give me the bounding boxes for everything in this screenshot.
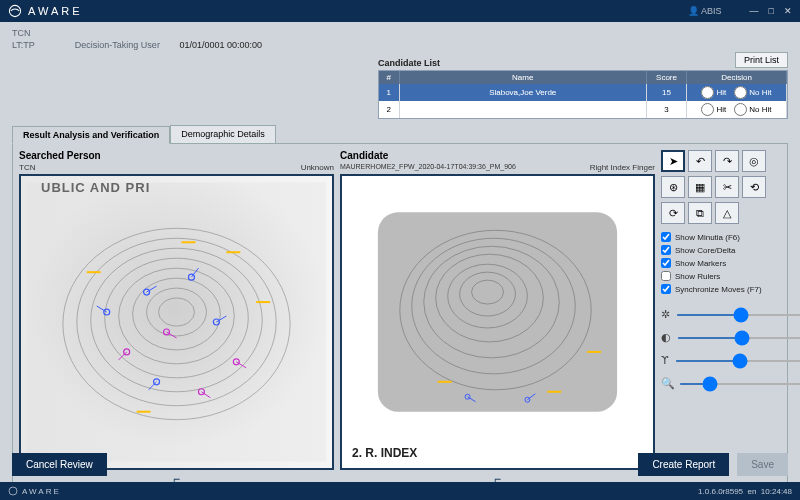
decision-date: 01/01/0001 00:00:00 bbox=[179, 40, 262, 50]
cancel-review-button[interactable]: Cancel Review bbox=[12, 453, 107, 476]
candidate-sub-left: MAURERHOME2_FPW_2020-04-17T04:39:36_PM_9… bbox=[340, 163, 516, 172]
svg-point-48 bbox=[9, 487, 17, 495]
user-badge[interactable]: 👤 ABIS bbox=[688, 6, 722, 16]
table-row[interactable]: 1 Slabova,Joe Verde 15 HitNo Hit bbox=[379, 84, 787, 101]
contrast-icon: ◐ bbox=[661, 331, 671, 344]
tabs: Result Analysis and Verification Demogra… bbox=[0, 125, 800, 143]
searched-panel: Searched Person TCN Unknown UBLIC AND PR… bbox=[19, 150, 334, 486]
print-list-button[interactable]: Print List bbox=[735, 52, 788, 68]
redo-icon[interactable]: ↷ bbox=[715, 150, 739, 172]
hit-radio[interactable] bbox=[701, 103, 714, 116]
nohit-radio[interactable] bbox=[734, 86, 747, 99]
candidate-list-title: Candidate List bbox=[378, 58, 440, 68]
col-num[interactable]: # bbox=[379, 71, 399, 84]
save-button[interactable]: Save bbox=[737, 453, 788, 476]
zoom-slider[interactable] bbox=[679, 383, 800, 385]
contrast-slider[interactable] bbox=[677, 337, 800, 339]
tab-results[interactable]: Result Analysis and Verification bbox=[12, 126, 170, 144]
brand: AWARE bbox=[8, 4, 83, 18]
decision-user-label: Decision-Taking User bbox=[75, 40, 160, 50]
tcn-label: TCN bbox=[12, 28, 31, 38]
cut-icon[interactable]: ✂ bbox=[715, 176, 739, 198]
status-version: 1.0.6.0r8595 bbox=[698, 487, 743, 496]
target-icon[interactable]: ◎ bbox=[742, 150, 766, 172]
zoom-icon: 🔍 bbox=[661, 377, 673, 390]
check-minutia[interactable] bbox=[661, 232, 671, 242]
pointer-tool-icon[interactable]: ➤ bbox=[661, 150, 685, 172]
reset-icon[interactable]: ⟲ bbox=[742, 176, 766, 198]
searched-title: Searched Person bbox=[19, 150, 334, 161]
check-sync[interactable] bbox=[661, 284, 671, 294]
brand-text: AWARE bbox=[28, 5, 83, 17]
gamma-slider[interactable] bbox=[675, 360, 800, 362]
title-bar: AWARE 👤 ABIS — □ ✕ bbox=[0, 0, 800, 22]
col-name[interactable]: Name bbox=[399, 71, 647, 84]
brightness-icon: ✲ bbox=[661, 308, 670, 321]
link-icon[interactable]: ⊛ bbox=[661, 176, 685, 198]
sliders: ✲100% ◐100% ϒ 🔍376% bbox=[661, 308, 781, 390]
bottom-bar: Cancel Review Create Report Save bbox=[0, 447, 800, 482]
tab-content: Searched Person TCN Unknown UBLIC AND PR… bbox=[12, 143, 788, 493]
col-decision[interactable]: Decision bbox=[687, 71, 787, 84]
create-report-button[interactable]: Create Report bbox=[638, 453, 729, 476]
status-lang: en bbox=[748, 487, 757, 496]
grid-icon[interactable]: ▦ bbox=[688, 176, 712, 198]
brightness-slider[interactable] bbox=[676, 314, 800, 316]
gamma-icon: ϒ bbox=[661, 354, 669, 367]
candidate-panel: Candidate MAURERHOME2_FPW_2020-04-17T04:… bbox=[340, 150, 655, 486]
check-rulers[interactable] bbox=[661, 271, 671, 281]
check-markers[interactable] bbox=[661, 258, 671, 268]
warning-icon[interactable]: △ bbox=[715, 202, 739, 224]
tab-demographic[interactable]: Demographic Details bbox=[170, 125, 276, 143]
candidate-sub-right: Right Index Finger bbox=[590, 163, 655, 172]
candidate-table: # Name Score Decision 1 Slabova,Joe Verd… bbox=[378, 70, 788, 119]
table-row[interactable]: 2 3 HitNo Hit bbox=[379, 101, 787, 118]
window-controls: 👤 ABIS — □ ✕ bbox=[688, 6, 792, 16]
hit-radio[interactable] bbox=[701, 86, 714, 99]
rotate-icon[interactable]: ⟳ bbox=[661, 202, 685, 224]
searched-sub-right: Unknown bbox=[301, 163, 334, 172]
searched-fingerprint-viewer[interactable]: UBLIC AND PRI bbox=[19, 174, 334, 470]
col-score[interactable]: Score bbox=[647, 71, 687, 84]
minimize-icon[interactable]: — bbox=[750, 6, 759, 16]
status-logo-icon bbox=[8, 486, 18, 496]
nohit-radio[interactable] bbox=[734, 103, 747, 116]
overlay-icon[interactable]: ⧉ bbox=[688, 202, 712, 224]
close-icon[interactable]: ✕ bbox=[784, 6, 792, 16]
searched-sub-left: TCN bbox=[19, 163, 35, 172]
status-brand: AWARE bbox=[22, 487, 61, 496]
status-bar: AWARE 1.0.6.0r8595 en 10:24:48 bbox=[0, 482, 800, 500]
tool-sidebar: ➤ ↶ ↷ ◎ ⊛ ▦ ✂ ⟲ ⟳ ⧉ △ Show Minutia (F6) … bbox=[661, 150, 781, 486]
brand-logo-icon bbox=[8, 4, 22, 18]
candidate-fingerprint-viewer[interactable]: 2. R. INDEX bbox=[340, 174, 655, 470]
candidate-title: Candidate bbox=[340, 150, 655, 161]
maximize-icon[interactable]: □ bbox=[769, 6, 774, 16]
display-options: Show Minutia (F6) Show Core/Delta Show M… bbox=[661, 232, 781, 294]
status-time: 10:24:48 bbox=[761, 487, 792, 496]
metadata-row: TCN bbox=[0, 22, 800, 40]
undo-icon[interactable]: ↶ bbox=[688, 150, 712, 172]
lt-label: LT:TP bbox=[12, 40, 35, 50]
check-coredelta[interactable] bbox=[661, 245, 671, 255]
svg-rect-33 bbox=[378, 212, 617, 411]
